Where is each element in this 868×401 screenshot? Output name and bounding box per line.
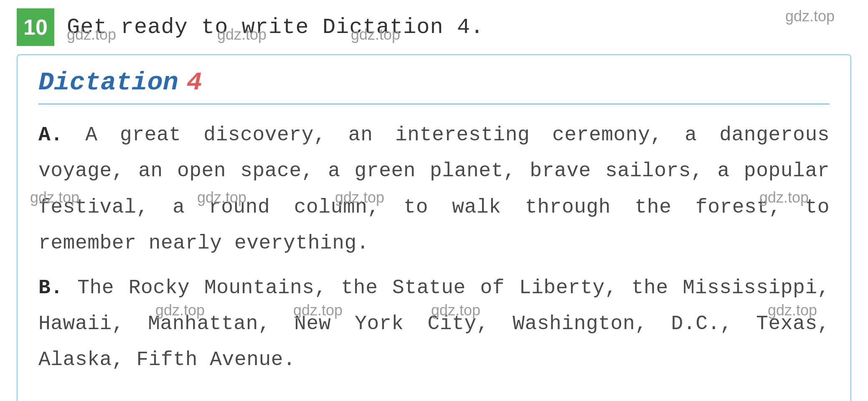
paragraph-b: B. The Rocky Mountains, the Statue of Li…	[38, 270, 830, 378]
watermark-9: gdz.top	[155, 302, 205, 319]
dictation-title-word: Dictation	[38, 68, 178, 97]
watermark-3: gdz.top	[351, 26, 400, 43]
watermark-10: gdz.top	[293, 302, 343, 319]
watermark-6: gdz.top	[197, 189, 246, 206]
watermark-11: gdz.top	[431, 302, 480, 319]
header-row: 10 Get ready to write Dictation 4.	[17, 8, 851, 46]
content-area: gdz.top gdz.top gdz.top gdz.top gdz.top …	[38, 117, 830, 378]
paragraph-a-label: A.	[38, 124, 63, 146]
watermark-2: gdz.top	[217, 26, 266, 43]
paragraph-a-text: A great discovery, an interesting ceremo…	[38, 124, 830, 254]
dictation-box: Dictation 4 gdz.top gdz.top gdz.top gdz.…	[17, 54, 851, 401]
watermark-12: gdz.top	[768, 302, 817, 319]
paragraph-b-text: The Rocky Mountains, the Statue of Liber…	[38, 277, 830, 371]
dictation-title-row: Dictation 4	[38, 68, 830, 104]
page-container: gdz.top gdz.top gdz.top gdz.top 10 Get r…	[0, 0, 868, 401]
watermark-8: gdz.top	[759, 189, 809, 206]
task-number: 10	[17, 8, 54, 46]
watermark-4: gdz.top	[785, 8, 835, 25]
watermark-5: gdz.top	[30, 189, 79, 206]
header-instruction: Get ready to write Dictation 4.	[67, 15, 484, 40]
paragraph-a: A. A great discovery, an interesting cer…	[38, 117, 830, 261]
watermark-1: gdz.top	[67, 26, 116, 43]
paragraph-b-label: B.	[38, 277, 63, 299]
watermark-7: gdz.top	[335, 189, 384, 206]
dictation-title-number: 4	[187, 68, 202, 97]
